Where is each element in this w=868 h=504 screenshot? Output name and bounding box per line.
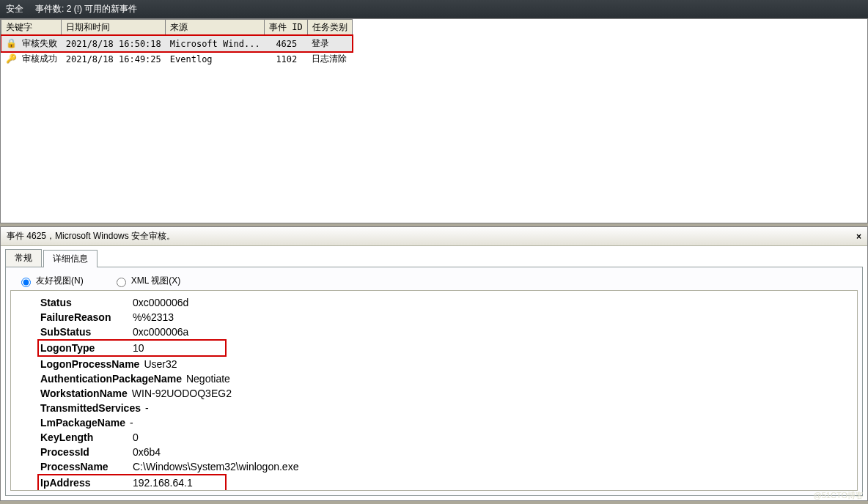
col-eventid[interactable]: 事件 ID [265, 20, 308, 36]
detail-field: SubStatus0xc000006a [40, 325, 854, 339]
lock-icon: 🔒 [6, 38, 17, 48]
field-value: WIN-92UODOQ3EG2 [132, 386, 232, 401]
field-value: 192.168.64.1 [133, 475, 193, 490]
detail-field: AuthenticationPackageNameNegotiate [40, 371, 854, 386]
table-row[interactable]: 🔒 审核失败2021/8/18 16:50:18Microsoft Wind..… [1, 36, 353, 52]
field-value: - [145, 401, 149, 415]
detail-field: TransmittedServices- [40, 401, 854, 415]
titlebar: 安全 事件数: 2 (!) 可用的新事件 [0, 0, 868, 18]
radio-xml-view[interactable]: XML 视图(X) [113, 275, 181, 287]
field-key: KeyLength [40, 430, 128, 445]
detail-field: KeyLength0 [40, 430, 854, 445]
detail-field: Status0xc000006d [40, 295, 854, 310]
field-key: AuthenticationPackageName [40, 371, 182, 386]
tab-general[interactable]: 常规 [5, 249, 42, 267]
detail-title-text: 事件 4625，Microsoft Windows 安全审核。 [7, 230, 175, 242]
title-section: 安全 [6, 3, 23, 15]
tab-details[interactable]: 详细信息 [43, 250, 98, 267]
radio-friendly-view[interactable]: 友好视图(N) [18, 275, 84, 287]
detail-titlebar: 事件 4625，Microsoft Windows 安全审核。 × [1, 227, 867, 246]
radio-xml-input[interactable] [117, 278, 126, 287]
close-icon[interactable]: × [856, 231, 861, 242]
table-row[interactable]: 🔑 审核成功2021/8/18 16:49:25Eventlog1102日志清除 [1, 51, 353, 67]
field-value: 0x6b4 [133, 445, 161, 459]
radio-friendly-input[interactable] [21, 278, 31, 287]
col-task[interactable]: 任务类别 [307, 20, 352, 36]
field-value: C:\Windows\System32\winlogon.exe [133, 459, 298, 474]
detail-pane: 事件 4625，Microsoft Windows 安全审核。 × 常规 详细信… [0, 226, 868, 501]
detail-field: LogonType10 [40, 339, 854, 357]
event-table-header[interactable]: 关键字 日期和时间 来源 事件 ID 任务类别 [1, 20, 353, 36]
detail-tabs: 常规 详细信息 [1, 246, 867, 267]
field-key: FailureReason [40, 310, 128, 325]
details-scroll[interactable]: Status0xc000006dFailureReason%%2313SubSt… [10, 290, 858, 491]
field-value: 10 [133, 341, 144, 355]
tab-body: 友好视图(N) XML 视图(X) Status0xc000006dFailur… [5, 267, 863, 496]
field-key: LogonType [40, 341, 128, 355]
field-value: Negotiate [186, 371, 230, 386]
col-datetime[interactable]: 日期和时间 [62, 20, 166, 36]
view-mode-radios: 友好视图(N) XML 视图(X) [10, 272, 858, 290]
field-key: Status [40, 295, 128, 310]
field-key: WorkstationName [40, 386, 128, 401]
field-key: ProcessId [40, 445, 128, 459]
field-key: TransmittedServices [40, 401, 141, 415]
col-source[interactable]: 来源 [166, 20, 265, 36]
detail-field: ProcessId0x6b4 [40, 445, 854, 459]
event-table[interactable]: 关键字 日期和时间 来源 事件 ID 任务类别 🔒 审核失败2021/8/18 … [1, 19, 353, 67]
field-key: LogonProcessName [40, 357, 139, 371]
key-icon: 🔑 [6, 53, 17, 64]
detail-field: LmPackageName- [40, 415, 854, 430]
detail-field: WorkstationNameWIN-92UODOQ3EG2 [40, 386, 854, 401]
field-value: - [130, 415, 133, 430]
field-value: 0xc000006d [133, 295, 188, 310]
field-key: LmPackageName [40, 415, 125, 430]
field-value: 0 [133, 430, 139, 445]
detail-field: IpAddress192.168.64.1 [40, 474, 854, 491]
field-value: User32 [144, 357, 177, 371]
field-value: 0xc000006a [133, 325, 188, 339]
field-value: %%2313 [133, 310, 174, 325]
field-key: ProcessName [40, 459, 128, 474]
event-list-pane[interactable]: 关键字 日期和时间 来源 事件 ID 任务类别 🔒 审核失败2021/8/18 … [0, 18, 868, 223]
title-count: 事件数: 2 (!) 可用的新事件 [35, 3, 137, 15]
detail-field: ProcessNameC:\Windows\System32\winlogon.… [40, 459, 854, 474]
field-key: SubStatus [40, 325, 128, 339]
col-keyword[interactable]: 关键字 [1, 20, 62, 36]
detail-field: LogonProcessNameUser32 [40, 357, 854, 371]
detail-field: FailureReason%%2313 [40, 310, 854, 325]
field-key: IpAddress [40, 475, 128, 490]
